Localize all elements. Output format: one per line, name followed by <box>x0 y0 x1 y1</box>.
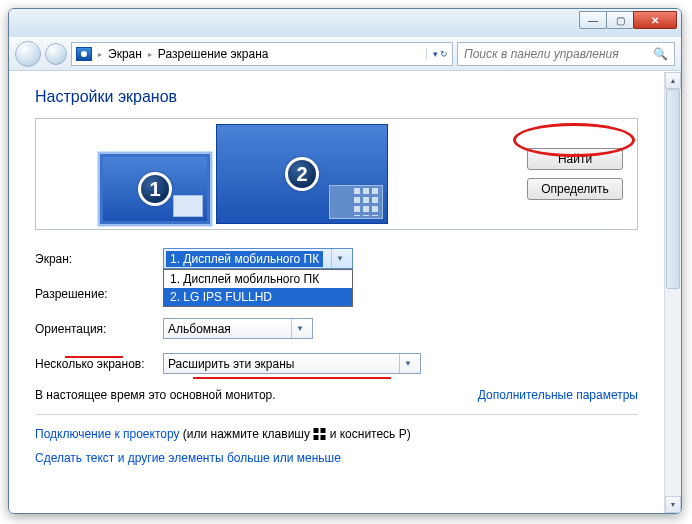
scroll-down-button[interactable]: ▼ <box>665 496 681 513</box>
chevron-down-icon: ▼ <box>399 354 416 373</box>
monitors-group: 1 2 <box>50 124 388 224</box>
advanced-settings-link[interactable]: Дополнительные параметры <box>478 388 638 402</box>
refresh-icon[interactable]: ↻ <box>440 49 448 59</box>
toolbar: ▸ Экран ▸ Разрешение экрана ▾ ↻ Поиск в … <box>9 37 681 71</box>
projector-text-a: (или нажмите клавишу <box>180 427 314 441</box>
preview-buttons: Найти Определить <box>527 148 623 200</box>
primary-monitor-note: В настоящее время это основной монитор. <box>35 388 276 402</box>
search-icon: 🔍 <box>653 47 668 61</box>
row-orientation: Ориентация: Альбомная ▼ <box>35 318 638 339</box>
page-title: Настройки экранов <box>35 88 638 106</box>
select-display-value: 1. Дисплей мобильного ПК <box>166 251 323 267</box>
display-option-2[interactable]: 2. LG IPS FULLHD <box>164 288 352 306</box>
row-multi: Несколько экранов: Расширить эти экраны … <box>35 353 638 374</box>
label-display: Экран: <box>35 252 163 266</box>
select-multi-value: Расширить эти экраны <box>168 357 294 371</box>
maximize-icon: ▢ <box>616 15 625 26</box>
detect-button[interactable]: Определить <box>527 178 623 200</box>
row-display: Экран: 1. Дисплей мобильного ПК ▼ 1. Дис… <box>35 248 638 269</box>
windows-key-icon <box>313 428 326 440</box>
close-icon: ✕ <box>651 15 659 26</box>
select-orientation[interactable]: Альбомная ▼ <box>163 318 313 339</box>
nav-forward-button[interactable] <box>45 43 67 65</box>
breadcrumb-seg[interactable]: Разрешение экрана <box>158 47 269 61</box>
projector-link[interactable]: Подключение к проектору <box>35 427 180 441</box>
primary-note-row: В настоящее время это основной монитор. … <box>35 388 638 402</box>
monitor-1-badge: 1 <box>138 172 172 206</box>
separator <box>35 414 638 415</box>
nav-back-button[interactable] <box>15 41 41 67</box>
scroll-track[interactable] <box>665 89 681 496</box>
chevron-right-icon: ▸ <box>148 50 152 59</box>
monitor-2-badge: 2 <box>285 157 319 191</box>
find-button[interactable]: Найти <box>527 148 623 170</box>
monitor-1-thumb <box>173 195 203 217</box>
content-wrap: Настройки экранов 1 2 Найти Определить <box>9 71 681 513</box>
titlebar: — ▢ ✕ <box>9 9 681 37</box>
content: Настройки экранов 1 2 Найти Определить <box>9 72 664 513</box>
search-input[interactable]: Поиск в панели управления 🔍 <box>457 42 675 66</box>
projector-text-b: и коснитесь P) <box>326 427 410 441</box>
scroll-thumb[interactable] <box>666 89 680 289</box>
close-button[interactable]: ✕ <box>633 11 677 29</box>
text-size-link[interactable]: Сделать текст и другие элементы больше и… <box>35 451 341 465</box>
breadcrumb-seg[interactable]: Экран <box>108 47 142 61</box>
display-option-1[interactable]: 1. Дисплей мобильного ПК <box>164 270 352 288</box>
svg-rect-0 <box>314 428 319 433</box>
svg-rect-2 <box>314 435 319 440</box>
display-dropdown: 1. Дисплей мобильного ПК 2. LG IPS FULLH… <box>163 269 353 307</box>
address-refresh: ▾ ↻ <box>426 49 448 59</box>
chevron-down-icon[interactable]: ▾ <box>433 49 438 59</box>
address-bar[interactable]: ▸ Экран ▸ Разрешение экрана ▾ ↻ <box>71 42 453 66</box>
monitor-2[interactable]: 2 <box>216 124 388 224</box>
display-icon <box>76 47 92 61</box>
minimize-icon: — <box>588 15 598 26</box>
window: — ▢ ✕ ▸ Экран ▸ Разрешение экрана ▾ ↻ По… <box>8 8 682 514</box>
monitor-1[interactable]: 1 <box>100 154 210 224</box>
select-display[interactable]: 1. Дисплей мобильного ПК ▼ <box>163 248 353 269</box>
label-resolution: Разрешение: <box>35 287 163 301</box>
projector-row: Подключение к проектору (или нажмите кла… <box>35 427 638 441</box>
label-orientation: Ориентация: <box>35 322 163 336</box>
scrollbar[interactable]: ▲ ▼ <box>664 72 681 513</box>
text-size-row: Сделать текст и другие элементы больше и… <box>35 451 638 465</box>
annotation-underline-2 <box>193 377 391 379</box>
monitor-2-thumb <box>329 185 383 219</box>
chevron-right-icon: ▸ <box>98 50 102 59</box>
minimize-button[interactable]: — <box>579 11 607 29</box>
chevron-down-icon: ▼ <box>291 319 308 338</box>
select-multi[interactable]: Расширить эти экраны ▼ <box>163 353 421 374</box>
label-multi: Несколько экранов: <box>35 357 163 371</box>
search-placeholder: Поиск в панели управления <box>464 47 619 61</box>
display-preview: 1 2 Найти Определить <box>35 118 638 230</box>
maximize-button[interactable]: ▢ <box>606 11 634 29</box>
scroll-up-button[interactable]: ▲ <box>665 72 681 89</box>
chevron-down-icon: ▼ <box>331 249 348 268</box>
select-orientation-value: Альбомная <box>168 322 231 336</box>
window-buttons: — ▢ ✕ <box>580 11 677 29</box>
